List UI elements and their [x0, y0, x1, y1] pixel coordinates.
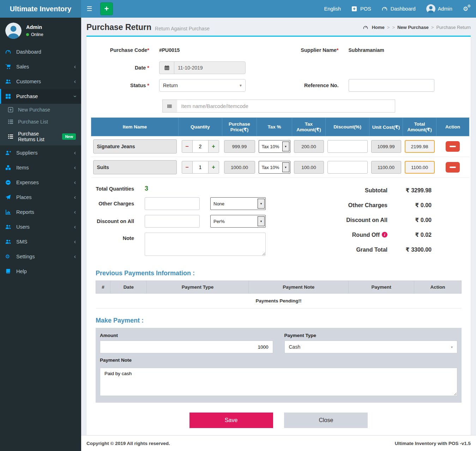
previous-payments-heading: Previous Payments Information :	[96, 270, 462, 277]
sidebar-item-users[interactable]: Users‹	[0, 220, 81, 234]
payment-type-value: Cash	[289, 344, 451, 350]
sidebar-item-settings[interactable]: ⚙Settings‹	[0, 249, 81, 264]
other-charges-type-select[interactable]: None ▾	[210, 197, 266, 210]
quantity-decrease-button[interactable]: −	[182, 140, 193, 153]
previous-payments-table: # Date Payment Type Payment Note Payment…	[96, 281, 462, 308]
info-icon[interactable]: i	[382, 232, 387, 237]
avatar	[426, 4, 435, 13]
quantity-input[interactable]	[193, 161, 208, 174]
sidebar-toggle-button[interactable]: ☰	[81, 0, 97, 18]
items-table: Item Name Quantity Purchase Price(₹) Tax…	[91, 118, 469, 178]
discount-type-value: Per%	[211, 219, 258, 224]
subtotal-value: ₹ 3299.98	[387, 187, 432, 194]
calendar-icon[interactable]	[159, 61, 174, 74]
plus-square-outline-icon	[8, 107, 14, 113]
summary-section: Total Quantities 3 Other Charges None ▾	[91, 185, 466, 261]
reference-input[interactable]	[349, 79, 434, 92]
sidebar-item-reports[interactable]: Reports‹	[0, 205, 81, 220]
amount-input[interactable]	[100, 341, 273, 353]
col-unit-cost: Unit Cost(₹)	[369, 118, 403, 136]
sidebar-item-places[interactable]: Places‹	[0, 190, 81, 205]
settings-gears-button[interactable]: ⚙⚙	[463, 5, 468, 13]
make-payment-panel: Amount Payment Type Cash ▾	[96, 328, 462, 403]
sidebar-item-sales[interactable]: Sales‹	[0, 59, 81, 74]
navbar-right: English POS Dashboard Admin ⚙⚙	[324, 4, 476, 13]
user-menu[interactable]: Admin	[426, 4, 452, 13]
sidebar-item-purchase-list[interactable]: Purchase List	[0, 116, 81, 128]
quantity-decrease-button[interactable]: −	[182, 161, 193, 174]
col-tax: Tax %	[257, 118, 292, 136]
sidebar-item-help[interactable]: Help	[0, 264, 81, 279]
close-button[interactable]: Close	[284, 413, 368, 428]
sidebar-item-suppliers[interactable]: Suppliers‹	[0, 145, 81, 160]
breadcrumb-new-purchase[interactable]: New Purchase	[397, 25, 429, 30]
form-actions: Save Close	[91, 413, 466, 428]
user-plus-icon	[5, 150, 12, 156]
sidebar-item-purchase[interactable]: Purchase›	[0, 89, 81, 104]
app-window: Ultimate Inventory ☰ + English POS Dashb…	[0, 0, 476, 451]
dashboard-link[interactable]: Dashboard	[382, 6, 416, 12]
remove-row-button[interactable]	[446, 141, 460, 152]
item-search-input[interactable]	[177, 100, 395, 113]
sidebar-item-customers[interactable]: Customers‹	[0, 74, 81, 89]
chevron-left-icon: ‹	[74, 150, 76, 156]
sidebar-item-expenses[interactable]: Expenses‹	[0, 175, 81, 190]
items-table-header-row: Item Name Quantity Purchase Price(₹) Tax…	[91, 118, 469, 136]
total-amount-input	[405, 140, 435, 153]
pos-link[interactable]: POS	[351, 6, 371, 12]
payment-type-label: Payment Type	[284, 333, 458, 338]
gear-small-icon: ⚙	[467, 4, 471, 8]
breadcrumb-home[interactable]: Home	[372, 25, 385, 30]
table-row: − + Tax 10% ▾	[91, 136, 469, 157]
minus-circle-icon	[5, 180, 12, 185]
other-charges-input[interactable]	[145, 197, 200, 210]
language-menu[interactable]: English	[324, 6, 341, 12]
dashboard-label: Dashboard	[391, 6, 416, 12]
remove-row-button[interactable]	[446, 162, 460, 173]
quick-add-button[interactable]: +	[100, 2, 113, 15]
payment-type-select[interactable]: Cash ▾	[284, 341, 458, 353]
quantity-increase-button[interactable]: +	[208, 161, 219, 174]
discount-input[interactable]	[327, 140, 368, 153]
supplier-value: Subhramaniam	[349, 47, 384, 53]
book-icon	[5, 269, 12, 274]
status-select[interactable]: Return ▾	[159, 79, 246, 92]
caret-down-icon: ▾	[451, 345, 453, 349]
sidebar-item-new-purchase[interactable]: New Purchase	[0, 104, 81, 116]
chevron-left-icon: ‹	[74, 224, 76, 230]
date-input[interactable]	[174, 61, 246, 74]
version-text: Ultimate Inventory with POS -v1.5	[395, 441, 471, 446]
sidebar-item-items[interactable]: Items‹	[0, 160, 81, 175]
col-quantity: Quantity	[179, 118, 222, 136]
item-name-input	[93, 139, 177, 154]
sidebar-item-purchase-returns-list[interactable]: Purchase Returns ListNew	[0, 128, 81, 145]
discount-type-select[interactable]: Per% ▾	[210, 215, 266, 228]
quantity-increase-button[interactable]: +	[208, 140, 219, 153]
sidebar: Admin Online Dashboard Sales‹ Customers‹…	[0, 18, 81, 451]
table-row: − + Tax 10% ▾	[91, 157, 469, 178]
tax-select[interactable]: Tax 10% ▾	[259, 161, 290, 174]
col-number: #	[96, 281, 110, 294]
subtotal-label: Subtotal	[315, 187, 387, 194]
note-textarea[interactable]	[145, 233, 266, 256]
save-button[interactable]: Save	[189, 413, 273, 428]
app-logo[interactable]: Ultimate Inventory	[0, 0, 81, 18]
top-navbar: Ultimate Inventory ☰ + English POS Dashb…	[0, 0, 476, 18]
unit-cost-input	[371, 161, 401, 174]
tax-select[interactable]: Tax 10% ▾	[259, 140, 290, 153]
discount-input[interactable]	[327, 161, 368, 174]
caret-down-icon: ▾	[258, 199, 265, 209]
page-title: Purchase Return	[86, 23, 151, 32]
quantity-input[interactable]	[193, 140, 208, 153]
sidebar-user-name: Admin	[26, 24, 43, 30]
sidebar-user-status: Online	[26, 32, 43, 37]
col-item-name: Item Name	[91, 118, 179, 136]
payment-note-textarea[interactable]: Paid by cash	[100, 368, 457, 396]
discount-on-all-input[interactable]	[145, 215, 200, 228]
sidebar-item-sms[interactable]: SMS‹	[0, 234, 81, 249]
avatar	[5, 23, 22, 39]
grand-total-label: Grand Total	[315, 247, 387, 253]
sidebar-item-dashboard[interactable]: Dashboard	[0, 44, 81, 59]
summary-totals: Subtotal₹ 3299.98 Other Charges₹ 0.00 Di…	[315, 185, 432, 261]
brand-text: Ultimate Inventory	[10, 5, 71, 13]
